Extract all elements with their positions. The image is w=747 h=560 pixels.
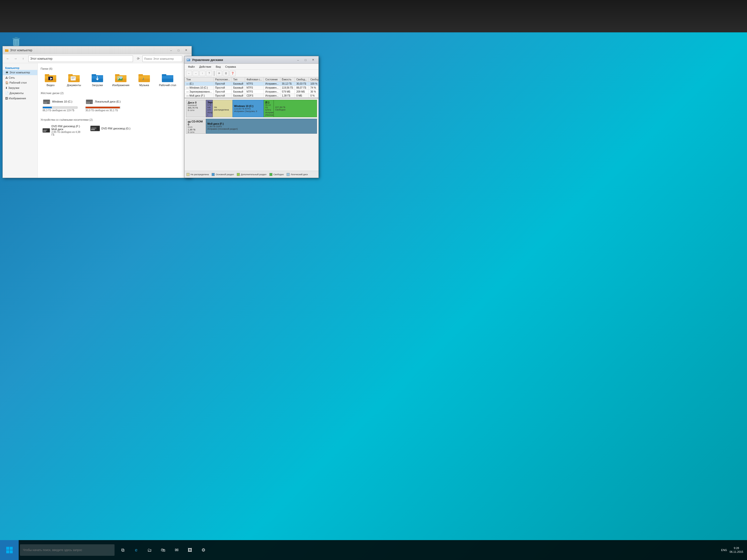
taskbar-more[interactable]: ⚙ [198, 544, 209, 556]
part-unallocated[interactable]: Не распределена [213, 100, 233, 117]
legend-extended: Дополнительный раздел [237, 173, 266, 176]
part-free[interactable]: 227,39 ГБ Свободно [274, 100, 317, 117]
cell-pct: 0 % [309, 94, 318, 98]
cell-pct: 100 % [309, 82, 318, 86]
drive-c[interactable]: Windows 10 (C:) 88,3 ГБ свободно из 119 … [41, 97, 80, 113]
cell-type: Базовый [232, 86, 245, 90]
cdrom-icon [188, 121, 191, 123]
taskbar-explorer[interactable]: 🗂 [144, 544, 155, 556]
menu-view[interactable]: Вид [214, 65, 223, 69]
folder-desktop[interactable]: Рабочий стол [158, 72, 178, 88]
drive-e[interactable]: Локальный диск (E:) 30,0 ГБ свободно из … [83, 97, 123, 113]
sidebar-item-images[interactable]: 🖼 Изображения [3, 96, 37, 101]
svg-text:DVD: DVD [43, 130, 46, 132]
drive-c-free: 88,3 ГБ свободно из 119 ГБ [43, 109, 74, 112]
cdrom0-partitions: Мой диск (F:) 1,38 ГБ CDFS Исправен (Осн… [206, 119, 317, 134]
sidebar-item-network[interactable]: 🖧 Сеть [3, 75, 37, 80]
diskmgmt-toolbar: ← → ↑ ? ⟳ ☰ ❓ [184, 70, 318, 77]
part-cdrom-f[interactable]: Мой диск (F:) 1,38 ГБ CDFS Исправен (Осн… [206, 119, 317, 134]
diskmgmt-table: Том Расположе... Тип Файловая с... Состо… [184, 77, 318, 98]
refresh-button[interactable]: ⟳ [135, 55, 142, 62]
diskmgmt-close-button[interactable]: ✕ [310, 57, 316, 63]
svg-text:DVD: DVD [91, 129, 95, 130]
tb-back[interactable]: ← [186, 71, 192, 76]
devices-row: DVD DVD RW дисковод (F:) Мой диск 2,95 Г… [41, 123, 188, 138]
device-f[interactable]: DVD DVD RW дисковод (F:) Мой диск 2,95 Г… [41, 123, 85, 138]
cell-type: Базовый [232, 94, 245, 98]
sidebar-item-downloads[interactable]: ⬇ Загрузки [3, 85, 37, 90]
disk0-status: В сети [188, 109, 204, 111]
docs-folder-label: Документы [67, 84, 81, 87]
svg-rect-43 [86, 100, 93, 102]
address-bar[interactable] [28, 55, 133, 62]
taskbar-store[interactable]: 🛍 [157, 544, 169, 556]
th-free: Свобод... [295, 77, 309, 82]
sidebar-item-docs[interactable]: 📄 Документы [3, 90, 37, 96]
up-button[interactable]: ↑ [20, 55, 27, 62]
part-reserved[interactable]: Зарезерви 579 МБ НТI Исправен ( [206, 100, 213, 117]
legend-extended-label: Дополнительный раздел [241, 173, 266, 176]
device-g[interactable]: DVD DVD RW дисковод (G:) [88, 123, 133, 138]
start-button[interactable] [0, 540, 19, 560]
tb-help2[interactable]: ❓ [230, 71, 236, 76]
diskmgmt-menubar: Файл Действие Вид Справка [184, 64, 318, 70]
cell-free: 88,07 ГБ [295, 86, 309, 90]
legend-primary-label: Основной раздел [216, 173, 234, 176]
cdrom-part-name: Мой диск (F:) [207, 123, 315, 125]
minimize-button[interactable]: – [168, 48, 175, 53]
windows-logo [6, 546, 13, 554]
drives-row: Windows 10 (C:) 88,3 ГБ свободно из 119 … [41, 97, 188, 115]
sidebar-item-computer[interactable]: 💻 Этот компьютер [3, 70, 37, 75]
legend-unalloc-label: Не распределена [190, 173, 209, 176]
part-win10[interactable]: Windows 10 (C:) 119,56 ГБ NTFS Исправен … [233, 100, 264, 117]
tb-refresh[interactable]: ⟳ [216, 71, 222, 76]
folder-downloads[interactable]: Загрузки [87, 72, 107, 88]
menu-file[interactable]: Файл [186, 65, 197, 69]
folder-music[interactable]: ♪ Музыка [134, 72, 154, 88]
taskbar-mail[interactable]: ✉ [171, 544, 182, 556]
cell-free: 30,03 ГБ [295, 82, 309, 86]
taskbar-search[interactable] [20, 544, 114, 556]
svg-rect-22 [92, 74, 96, 76]
folder-images[interactable]: Изображения [111, 72, 131, 88]
cell-type: Базовый [232, 82, 245, 86]
dvd-icon-g: DVD [91, 125, 100, 132]
cell-tom: — Windows 10 (C:) [185, 86, 214, 90]
cdrom0-row: CD-ROM 0 DVD 1,38 ГБ В сети Мой диск (F:… [186, 119, 317, 134]
forward-button[interactable]: → [12, 55, 19, 62]
cell-size: 30,12 ГБ [280, 82, 294, 86]
tb-up[interactable]: ↑ [200, 71, 205, 76]
drive-e-free: 30,0 ГБ свободно из 30,1 ГБ [85, 109, 118, 112]
diskmgmt-table-row[interactable]: — (E:) Простой Базовый NTFS Исправен... … [185, 82, 319, 86]
back-button[interactable]: ← [4, 55, 11, 62]
diskmgmt-table-row[interactable]: — Мой диск (F:) Простой Базовый CDFS Исп… [185, 94, 319, 98]
close-button[interactable]: ✕ [182, 48, 189, 53]
diskmgmt-minimize-button[interactable]: – [294, 57, 302, 63]
disk0-label: Диск 0 Базовый 465,76 ГБ В сети [186, 100, 206, 117]
dvd-icon-f: DVD [43, 127, 50, 134]
maximize-button[interactable]: □ [175, 48, 182, 53]
search-input[interactable] [143, 55, 182, 62]
tb-properties[interactable]: ☰ [223, 71, 229, 76]
part-e[interactable]: (E:) 30,12 ГБ NTFS Исправен (Логичес [264, 100, 274, 117]
taskbar: ⧉ e 🗂 🛍 ✉ 🖼 ⚙ ENG 9:28 06.11.2015 [0, 540, 747, 560]
menu-help[interactable]: Справка [223, 65, 238, 69]
folders-section-title: Папки (6) [41, 67, 188, 70]
taskbar-photos[interactable]: 🖼 [184, 544, 196, 556]
device-f-header: DVD DVD RW дисковод (F:) Мой диск 2,95 Г… [43, 125, 83, 136]
taskbar-date: 06.11.2015 [729, 550, 743, 554]
diskmgmt-maximize-button[interactable]: □ [302, 57, 309, 63]
tb-forward[interactable]: → [193, 71, 199, 76]
taskbar-edge[interactable]: e [130, 544, 142, 556]
cell-free: 0 МБ [295, 94, 309, 98]
folder-docs[interactable]: Документы [64, 72, 84, 88]
diskmgmt-table-row[interactable]: — Зарезервировано... Простой Базовый NTF… [185, 90, 319, 94]
tb-help[interactable]: ? [206, 71, 212, 76]
menu-action[interactable]: Действие [197, 65, 213, 69]
video-folder-icon [45, 73, 56, 83]
svg-rect-39 [44, 100, 50, 102]
diskmgmt-table-row[interactable]: — Windows 10 (C:) Простой Базовый NTFS И… [185, 86, 319, 90]
folder-video[interactable]: Видео [41, 72, 60, 88]
taskbar-task-view[interactable]: ⧉ [117, 544, 128, 556]
sidebar-item-desktop[interactable]: 🏠 Рабочий стол [3, 80, 37, 85]
